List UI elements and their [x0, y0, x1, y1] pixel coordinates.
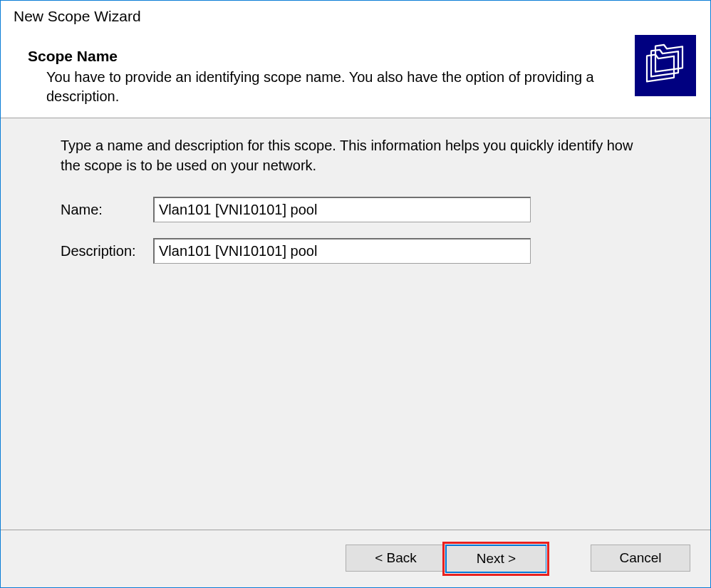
name-label: Name:	[61, 202, 153, 218]
description-row: Description:	[61, 238, 660, 264]
spacer	[556, 545, 581, 573]
description-label: Description:	[61, 243, 153, 259]
wizard-footer: < Back Next > Cancel	[1, 530, 710, 587]
instructions-text: Type a name and description for this sco…	[61, 135, 645, 175]
wizard-header: Scope Name You have to provide an identi…	[1, 31, 710, 118]
next-button[interactable]: Next >	[446, 545, 546, 572]
window-title: New Scope Wizard	[1, 1, 710, 31]
back-button[interactable]: < Back	[346, 545, 445, 572]
header-text: Scope Name You have to provide an identi…	[15, 33, 635, 106]
description-input[interactable]	[153, 238, 531, 264]
cancel-button[interactable]: Cancel	[591, 545, 690, 572]
scope-folder-icon	[635, 35, 696, 96]
name-input[interactable]	[153, 197, 531, 222]
next-highlight: Next >	[445, 545, 546, 573]
wizard-content: Type a name and description for this sco…	[1, 118, 710, 530]
name-row: Name:	[61, 197, 660, 222]
header-title: Scope Name	[28, 48, 635, 65]
header-subtitle: You have to provide an identifying scope…	[46, 68, 609, 106]
nav-button-group: < Back Next >	[346, 545, 546, 573]
wizard-window: New Scope Wizard Scope Name You have to …	[0, 0, 711, 588]
